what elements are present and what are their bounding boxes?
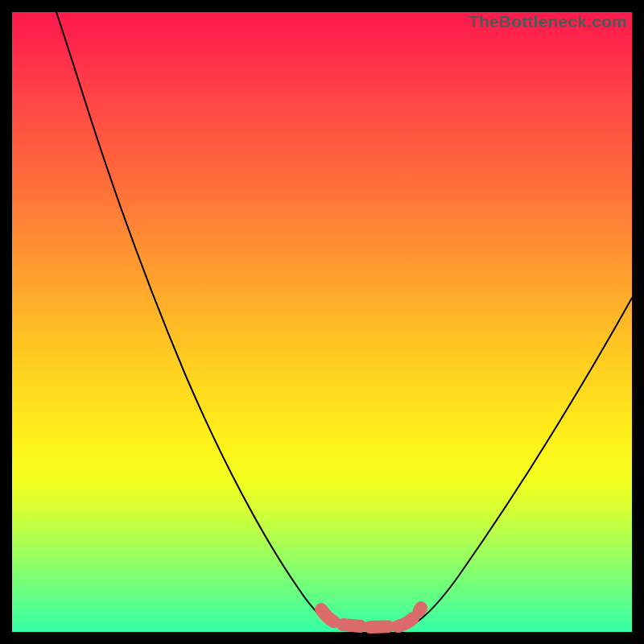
plot-area: TheBottleneck.com xyxy=(12,12,632,632)
chart-frame: TheBottleneck.com xyxy=(0,0,644,644)
chart-svg xyxy=(12,12,632,632)
bottleneck-curve-right xyxy=(411,298,632,625)
optimal-plateau-marker xyxy=(321,608,421,627)
bottleneck-curve-left xyxy=(56,12,334,625)
